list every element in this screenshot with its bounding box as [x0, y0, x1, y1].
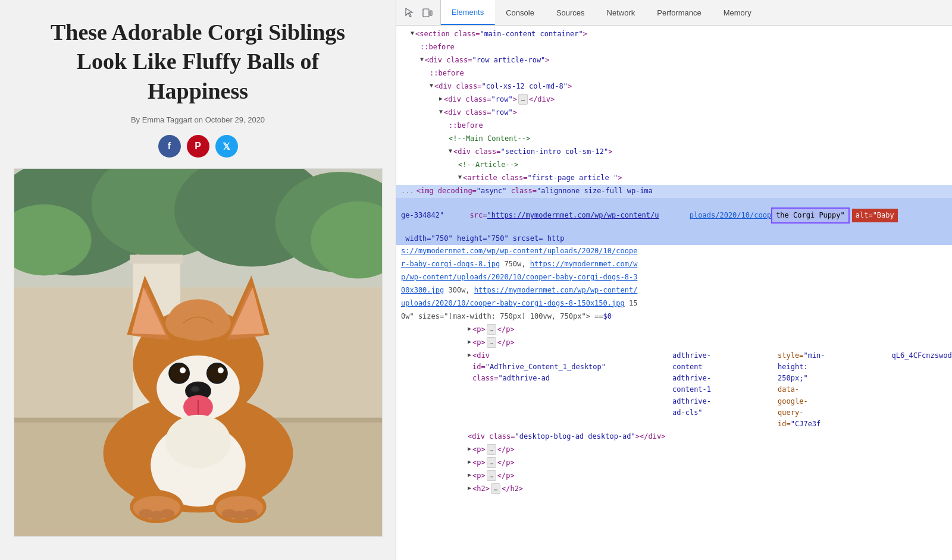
table-row: 00x300.jpg 300w, https://mymodernmet.com… [396, 284, 952, 297]
svg-point-42 [160, 509, 174, 518]
table-row: <!--Main Content--> [396, 133, 952, 146]
expand-icon[interactable]: ▶ [468, 350, 471, 360]
srcset-link7[interactable]: uploads/2020/10/cooper-baby-corgi-dogs-8… [401, 298, 625, 309]
devtools-tabs: Elements Console Sources Network Perform… [441, 0, 952, 25]
table-row: ▶<div id="AdThrive_Content_1_desktop" cl… [396, 350, 952, 430]
expand-icon[interactable]: ▶ [468, 324, 471, 334]
three-dots: ... [401, 185, 414, 197]
table-row: ▼<article class="first-page article "> [396, 172, 952, 185]
table-row: ▼<section class="main-content container"… [396, 28, 952, 41]
table-row: ▼<div class="section-intro col-sm-12"> [396, 146, 952, 159]
table-row: ▶<p>…</p> [396, 470, 952, 483]
table-row: ▶<h2>…</h2> [396, 483, 952, 496]
uploads-link[interactable]: ploads/2020/10/coop [685, 210, 771, 221]
twitter-button[interactable]: 𝕏 [215, 135, 238, 158]
table-row: ::before [396, 67, 952, 80]
expand-icon[interactable]: ▶ [468, 470, 471, 480]
ellipsis-badge[interactable]: … [487, 324, 496, 335]
table-row: ▶<p>…</p> [396, 443, 952, 457]
table-row: ▼<div class="col-xs-12 col-md-8"> [396, 80, 952, 93]
article-byline: By Emma Taggart on October 29, 2020 [131, 115, 265, 124]
elements-content[interactable]: ▼<section class="main-content container"… [396, 26, 952, 560]
expand-icon[interactable]: ▼ [430, 81, 433, 90]
table-row: ▼<div class="row article-row"> [396, 54, 952, 67]
tab-network[interactable]: Network [596, 0, 647, 25]
table-row: ▶<p>…</p> [396, 336, 952, 350]
device-icon[interactable] [421, 7, 433, 18]
devtools-toolbar: Elements Console Sources Network Perform… [396, 0, 952, 26]
svg-rect-47 [423, 9, 429, 17]
table-row: s://mymodernmet.com/wp/wp-content/upload… [396, 245, 952, 258]
expand-icon[interactable]: ▼ [458, 172, 462, 182]
ellipsis-badge[interactable]: … [487, 337, 496, 348]
expand-icon[interactable]: ▼ [449, 146, 452, 156]
srcset-link1[interactable]: s://mymodernmet.com/wp/wp-content/upload… [401, 246, 637, 257]
article-image-container [14, 168, 383, 537]
pinterest-button[interactable]: P [187, 135, 209, 158]
table-row: <!--Article--> [396, 159, 952, 172]
tab-console[interactable]: Console [495, 0, 546, 25]
article-title: These Adorable Corgi Siblings Look Like … [24, 18, 372, 106]
table-row: 0w" sizes="(max-width: 750px) 100vw, 750… [396, 310, 952, 323]
srcset-link3[interactable]: https://mymodernmet.com/w [530, 259, 638, 270]
svg-point-35 [195, 308, 231, 338]
svg-point-27 [217, 367, 223, 373]
svg-point-46 [165, 415, 231, 468]
tab-performance[interactable]: Performance [646, 0, 712, 25]
tab-elements[interactable]: Elements [441, 0, 495, 25]
webpage-panel: These Adorable Corgi Siblings Look Like … [0, 0, 396, 560]
expand-icon[interactable]: ▼ [411, 29, 414, 38]
ellipsis-badge[interactable]: … [491, 483, 500, 494]
expand-icon[interactable]: ▼ [439, 107, 443, 117]
svg-rect-7 [14, 169, 382, 287]
social-icons: f P 𝕏 [158, 135, 238, 158]
corgi-image [14, 168, 382, 537]
cursor-icon[interactable] [403, 7, 415, 18]
expand-icon[interactable]: ▶ [439, 94, 443, 103]
table-row: ▼<div class="row"> [396, 106, 952, 119]
expand-icon[interactable]: ▶ [468, 444, 471, 454]
expand-icon[interactable]: ▶ [468, 337, 471, 347]
tab-sources[interactable]: Sources [546, 0, 596, 25]
table-row: ▶<p>…</p> [396, 457, 952, 470]
svg-point-25 [208, 364, 226, 382]
srcset-link5[interactable]: 00x300.jpg [401, 285, 444, 296]
table-row: ::before [396, 119, 952, 133]
expand-icon[interactable]: ▶ [468, 483, 471, 493]
expand-icon[interactable]: ▶ [468, 457, 471, 467]
tab-memory[interactable]: Memory [713, 0, 763, 25]
svg-point-24 [170, 364, 188, 382]
ellipsis-badge[interactable]: … [487, 470, 496, 481]
devtools-panel: Elements Console Sources Network Perform… [396, 0, 952, 560]
table-row: ... <img decoding="async" class="alignno… [396, 185, 952, 198]
svg-point-26 [180, 367, 186, 373]
toolbar-icons [396, 0, 441, 25]
table-row: r-baby-corgi-dogs-8.jpg 750w, https://my… [396, 258, 952, 271]
srcset-link4[interactable]: p/wp-content/uploads/2020/10/cooper-baby… [401, 272, 637, 283]
table-row: <div class="desktop-blog-ad desktop-ad">… [396, 430, 952, 443]
srcset-link6[interactable]: https://mymodernmet.com/wp/wp-content/ [474, 285, 638, 296]
expand-icon[interactable]: ▼ [420, 55, 424, 64]
srcset-link2[interactable]: r-baby-corgi-dogs-8.jpg [401, 259, 500, 270]
table-row: ▶<p>…</p> [396, 323, 952, 336]
tooltip-alt-value: alt="Baby [852, 209, 898, 222]
ellipsis-badge[interactable]: … [487, 457, 496, 468]
svg-point-32 [192, 386, 199, 391]
ellipsis-badge[interactable]: … [518, 94, 528, 105]
table-row: ▶<div class="row">…</div> [396, 93, 952, 106]
table-row: p/wp-content/uploads/2020/10/cooper-baby… [396, 271, 952, 284]
ellipsis-badge[interactable]: … [487, 444, 496, 455]
svg-rect-11 [130, 255, 183, 264]
highlighted-attr-box: the Corgi Puppy" [771, 207, 850, 224]
svg-point-45 [243, 509, 257, 518]
table-row: uploads/2020/10/cooper-baby-corgi-dogs-8… [396, 297, 952, 310]
src-link[interactable]: "https://mymodernmet.com/wp/wp-content/u [487, 211, 659, 219]
table-row: ge-334842" src="https://mymodernmet.com/… [396, 198, 952, 245]
facebook-button[interactable]: f [158, 135, 181, 158]
svg-rect-48 [430, 11, 432, 15]
table-row: ::before [396, 41, 952, 54]
